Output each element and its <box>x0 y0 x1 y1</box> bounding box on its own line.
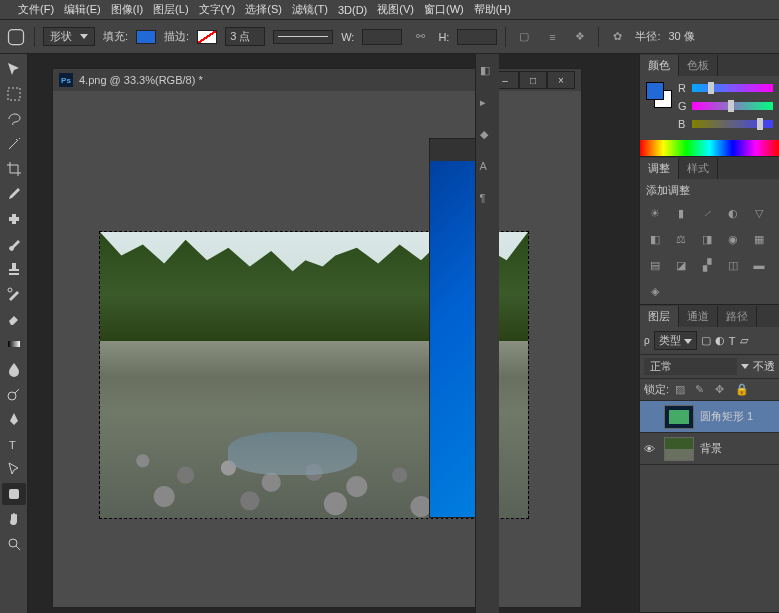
canvas[interactable] <box>53 91 581 607</box>
eraser-tool[interactable] <box>2 308 26 330</box>
pen-tool[interactable] <box>2 408 26 430</box>
gradient-tool[interactable] <box>2 333 26 355</box>
zoom-tool[interactable] <box>2 533 26 555</box>
threshold-icon[interactable]: ◫ <box>724 256 742 274</box>
stamp-tool[interactable] <box>2 258 26 280</box>
exposure-icon[interactable]: ◐ <box>724 204 742 222</box>
g-slider[interactable] <box>692 102 773 110</box>
lookup-icon[interactable]: ▤ <box>646 256 664 274</box>
photo-filter-icon[interactable]: ◉ <box>724 230 742 248</box>
layer-rounded-rect[interactable]: 圆角矩形 1 <box>640 401 779 433</box>
stroke-width-input[interactable]: 3 点 <box>225 27 265 46</box>
menu-edit[interactable]: 编辑(E) <box>64 2 101 17</box>
lock-all-icon[interactable]: 🔒 <box>735 383 749 397</box>
fill-swatch[interactable] <box>136 30 156 44</box>
gear-icon[interactable]: ✿ <box>607 27 627 47</box>
hand-tool[interactable] <box>2 508 26 530</box>
menu-window[interactable]: 窗口(W) <box>424 2 464 17</box>
posterize-icon[interactable]: ▞ <box>698 256 716 274</box>
tab-channels[interactable]: 通道 <box>679 306 718 327</box>
radius-value[interactable]: 30 像 <box>668 29 694 44</box>
actions-icon[interactable]: ▸ <box>480 96 496 112</box>
height-input[interactable] <box>457 29 497 45</box>
tab-color[interactable]: 颜色 <box>640 55 679 76</box>
curves-icon[interactable]: ⟋ <box>698 204 716 222</box>
menu-image[interactable]: 图像(I) <box>111 2 143 17</box>
filter-adjust-icon[interactable]: ◐ <box>715 334 725 347</box>
maximize-button[interactable]: □ <box>519 71 547 89</box>
brightness-icon[interactable]: ☀ <box>646 204 664 222</box>
menu-view[interactable]: 视图(V) <box>377 2 414 17</box>
link-icon[interactable]: ⚯ <box>410 27 430 47</box>
type-tool[interactable]: T <box>2 433 26 455</box>
menu-3d[interactable]: 3D(D) <box>338 4 367 16</box>
layer-name[interactable]: 背景 <box>700 441 775 456</box>
visibility-icon[interactable]: 👁 <box>644 443 658 455</box>
layer-name[interactable]: 圆角矩形 1 <box>700 409 775 424</box>
move-tool[interactable] <box>2 58 26 80</box>
tool-preset-icon[interactable] <box>6 27 26 47</box>
menu-help[interactable]: 帮助(H) <box>474 2 511 17</box>
hue-icon[interactable]: ◧ <box>646 230 664 248</box>
filter-pixel-icon[interactable]: ▢ <box>701 334 711 347</box>
lasso-tool[interactable] <box>2 108 26 130</box>
color-swatches[interactable] <box>646 82 672 108</box>
menu-file[interactable]: 文件(F) <box>18 2 54 17</box>
tab-swatches[interactable]: 色板 <box>679 55 718 76</box>
history-icon[interactable]: ◧ <box>480 64 496 80</box>
layer-thumbnail[interactable] <box>664 437 694 461</box>
balance-icon[interactable]: ⚖ <box>672 230 690 248</box>
r-slider[interactable] <box>692 84 773 92</box>
blend-mode-dropdown[interactable]: 正常 <box>644 358 737 375</box>
brush-tool[interactable] <box>2 233 26 255</box>
tab-layers[interactable]: 图层 <box>640 306 679 327</box>
foreground-color[interactable] <box>646 82 664 100</box>
document-titlebar[interactable]: Ps 4.png @ 33.3%(RGB/8) * – □ × <box>53 69 581 91</box>
levels-icon[interactable]: ▮ <box>672 204 690 222</box>
eyedropper-tool[interactable] <box>2 183 26 205</box>
bw-icon[interactable]: ◨ <box>698 230 716 248</box>
stroke-style-dropdown[interactable] <box>273 30 333 44</box>
shape-tool[interactable] <box>2 483 26 505</box>
dodge-tool[interactable] <box>2 383 26 405</box>
width-input[interactable] <box>362 29 402 45</box>
shape-mode-dropdown[interactable]: 形状 <box>43 27 95 46</box>
path-select-tool[interactable] <box>2 458 26 480</box>
menu-select[interactable]: 选择(S) <box>245 2 282 17</box>
properties-icon[interactable]: ◆ <box>480 128 496 144</box>
tab-adjustments[interactable]: 调整 <box>640 158 679 179</box>
heal-tool[interactable] <box>2 208 26 230</box>
lock-position-icon[interactable]: ✥ <box>715 383 729 397</box>
color-spectrum[interactable] <box>640 140 779 156</box>
menu-filter[interactable]: 滤镜(T) <box>292 2 328 17</box>
layer-background[interactable]: 👁 背景 <box>640 433 779 465</box>
paragraph-icon[interactable]: ¶ <box>480 192 496 208</box>
b-slider[interactable] <box>692 120 773 128</box>
marquee-tool[interactable] <box>2 83 26 105</box>
invert-icon[interactable]: ◪ <box>672 256 690 274</box>
crop-tool[interactable] <box>2 158 26 180</box>
tab-styles[interactable]: 样式 <box>679 158 718 179</box>
menu-layer[interactable]: 图层(L) <box>153 2 188 17</box>
filter-type-icon[interactable]: T <box>729 335 736 347</box>
tab-paths[interactable]: 路径 <box>718 306 757 327</box>
vibrance-icon[interactable]: ▽ <box>750 204 768 222</box>
align-icon[interactable]: ≡ <box>542 27 562 47</box>
lock-transparent-icon[interactable]: ▨ <box>675 383 689 397</box>
path-ops-icon[interactable]: ▢ <box>514 27 534 47</box>
filter-shape-icon[interactable]: ▱ <box>740 334 748 347</box>
selective-icon[interactable]: ◈ <box>646 282 664 300</box>
lock-pixels-icon[interactable]: ✎ <box>695 383 709 397</box>
character-icon[interactable]: A <box>480 160 496 176</box>
history-brush-tool[interactable] <box>2 283 26 305</box>
arrange-icon[interactable]: ❖ <box>570 27 590 47</box>
wand-tool[interactable] <box>2 133 26 155</box>
blur-tool[interactable] <box>2 358 26 380</box>
stroke-swatch[interactable] <box>197 30 217 44</box>
close-button[interactable]: × <box>547 71 575 89</box>
mixer-icon[interactable]: ▦ <box>750 230 768 248</box>
layer-thumbnail[interactable] <box>664 405 694 429</box>
layer-kind-dropdown[interactable]: 类型 <box>654 331 697 350</box>
gradient-map-icon[interactable]: ▬ <box>750 256 768 274</box>
menu-type[interactable]: 文字(Y) <box>199 2 236 17</box>
